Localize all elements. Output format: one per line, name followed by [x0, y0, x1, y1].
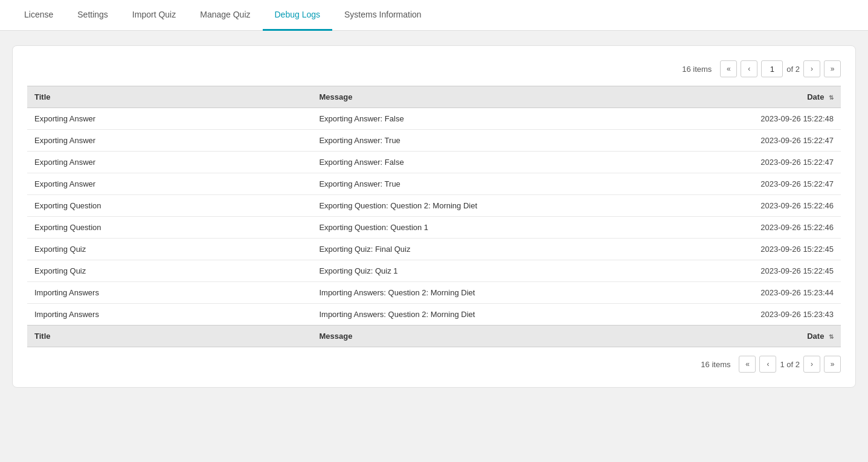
cell-title: Exporting Answer	[27, 173, 312, 195]
tab-import-quiz[interactable]: Import Quiz	[120, 0, 188, 31]
col-header-title: Title	[27, 86, 312, 108]
log-table: Title Message Date ⇅ Exporting Answer Ex…	[27, 86, 841, 347]
last-page-btn-top[interactable]: »	[824, 60, 841, 77]
cell-title: Exporting Question	[27, 195, 312, 217]
pagination-top: 16 items « ‹ of 2 › »	[27, 60, 841, 77]
cell-message: Exporting Answer: True	[312, 130, 678, 152]
sort-icon-date: ⇅	[829, 94, 834, 101]
items-count-bottom: 16 items	[701, 360, 730, 369]
items-count-top: 16 items	[682, 65, 712, 74]
page-of-top: of 2	[786, 65, 800, 74]
cell-title: Exporting Quiz	[27, 239, 312, 260]
cell-message: Exporting Answer: True	[312, 173, 678, 195]
cell-title: Importing Answers	[27, 304, 312, 326]
table-row: Exporting Quiz Exporting Quiz: Final Qui…	[27, 239, 841, 260]
col-footer-title: Title	[27, 326, 312, 347]
col-header-date[interactable]: Date ⇅	[678, 86, 841, 108]
cell-title: Importing Answers	[27, 282, 312, 304]
tab-debug-logs[interactable]: Debug Logs	[263, 0, 333, 31]
cell-date: 2023-09-26 15:22:48	[678, 108, 841, 130]
cell-message: Exporting Question: Question 2: Morning …	[312, 195, 678, 217]
tab-manage-quiz[interactable]: Manage Quiz	[188, 0, 262, 31]
table-row: Exporting Answer Exporting Answer: False…	[27, 152, 841, 173]
table-row: Exporting Quiz Exporting Quiz: Quiz 1 20…	[27, 260, 841, 282]
tab-navigation: License Settings Import Quiz Manage Quiz…	[0, 0, 868, 31]
page-input-top[interactable]	[761, 60, 783, 77]
cell-date: 2023-09-26 15:22:47	[678, 130, 841, 152]
cell-date: 2023-09-26 15:22:47	[678, 173, 841, 195]
tab-license[interactable]: License	[12, 0, 65, 31]
cell-title: Exporting Answer	[27, 152, 312, 173]
cell-title: Exporting Quiz	[27, 260, 312, 282]
last-page-btn-bottom[interactable]: »	[824, 356, 841, 373]
col-footer-date[interactable]: Date ⇅	[678, 326, 841, 347]
table-footer-row: Title Message Date ⇅	[27, 326, 841, 347]
cell-title: Exporting Question	[27, 217, 312, 239]
cell-message: Exporting Quiz: Final Quiz	[312, 239, 678, 260]
cell-date: 2023-09-26 15:22:46	[678, 217, 841, 239]
table-row: Exporting Question Exporting Question: Q…	[27, 195, 841, 217]
cell-title: Exporting Answer	[27, 130, 312, 152]
first-page-btn-bottom[interactable]: «	[739, 356, 756, 373]
table-row: Importing Answers Importing Answers: Que…	[27, 282, 841, 304]
table-row: Exporting Answer Exporting Answer: False…	[27, 108, 841, 130]
table-body: Exporting Answer Exporting Answer: False…	[27, 108, 841, 326]
col-footer-message: Message	[312, 326, 678, 347]
col-header-message: Message	[312, 86, 678, 108]
next-page-btn-top[interactable]: ›	[803, 60, 820, 77]
cell-date: 2023-09-26 15:23:44	[678, 282, 841, 304]
sort-icon-date-footer: ⇅	[829, 333, 834, 340]
tab-settings[interactable]: Settings	[65, 0, 120, 31]
prev-page-btn-top[interactable]: ‹	[741, 60, 757, 77]
cell-message: Importing Answers: Question 2: Morning D…	[312, 304, 678, 326]
tab-systems-information[interactable]: Systems Information	[332, 0, 434, 31]
cell-message: Exporting Answer: False	[312, 108, 678, 130]
prev-page-btn-bottom[interactable]: ‹	[759, 356, 776, 373]
cell-title: Exporting Answer	[27, 108, 312, 130]
next-page-btn-bottom[interactable]: ›	[803, 356, 820, 373]
table-row: Exporting Answer Exporting Answer: True …	[27, 130, 841, 152]
table-header-row: Title Message Date ⇅	[27, 86, 841, 108]
cell-date: 2023-09-26 15:22:46	[678, 195, 841, 217]
cell-date: 2023-09-26 15:22:47	[678, 152, 841, 173]
table-row: Exporting Answer Exporting Answer: True …	[27, 173, 841, 195]
cell-date: 2023-09-26 15:23:43	[678, 304, 841, 326]
page-indicator-bottom: 1 of 2	[780, 360, 800, 369]
cell-message: Exporting Quiz: Quiz 1	[312, 260, 678, 282]
first-page-btn-top[interactable]: «	[720, 60, 737, 77]
table-row: Exporting Question Exporting Question: Q…	[27, 217, 841, 239]
cell-message: Exporting Answer: False	[312, 152, 678, 173]
cell-message: Exporting Question: Question 1	[312, 217, 678, 239]
cell-message: Importing Answers: Question 2: Morning D…	[312, 282, 678, 304]
table-row: Importing Answers Importing Answers: Que…	[27, 304, 841, 326]
cell-date: 2023-09-26 15:22:45	[678, 260, 841, 282]
cell-date: 2023-09-26 15:22:45	[678, 239, 841, 260]
pagination-bottom: 16 items « ‹ 1 of 2 › »	[27, 356, 841, 373]
debug-logs-card: 16 items « ‹ of 2 › » Title Message Date…	[12, 45, 856, 388]
main-content: 16 items « ‹ of 2 › » Title Message Date…	[0, 31, 868, 402]
